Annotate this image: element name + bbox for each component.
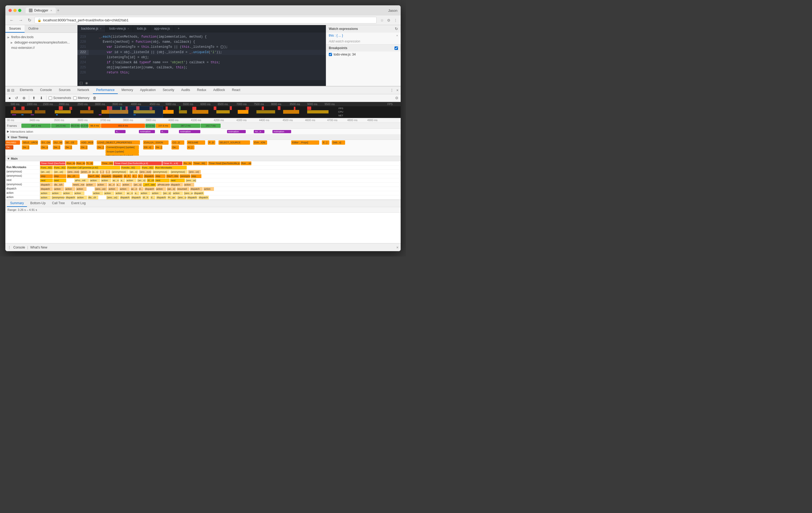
dispatch-11[interactable]: dispatch bbox=[131, 195, 142, 200]
file-item-moz[interactable]: moz-extension:// bbox=[5, 45, 77, 51]
dispatch-12[interactable]: dispatch bbox=[156, 195, 167, 200]
action-row-f[interactable]: action bbox=[104, 191, 114, 195]
timing-scopes-update[interactable]: Scopes [update] bbox=[106, 149, 139, 154]
an-s[interactable]: (an...s) bbox=[129, 170, 138, 174]
action-row-b[interactable]: action bbox=[51, 191, 62, 195]
new-tab-button[interactable]: + bbox=[57, 8, 59, 13]
devtools-tab-react[interactable]: React bbox=[229, 87, 243, 94]
action-5[interactable]: action bbox=[97, 183, 107, 187]
action-14[interactable]: action bbox=[203, 187, 214, 191]
timing-eva-ion[interactable]: EVA...ION bbox=[253, 141, 267, 145]
watch-expressions-header[interactable]: Watch expressions ↻ bbox=[326, 25, 401, 33]
main-collapse[interactable]: ▼ bbox=[7, 157, 10, 160]
timing-ou-ns[interactable]: OU...NS bbox=[53, 141, 62, 145]
timing-connect-scopes[interactable]: Connect(Scopes) [update] bbox=[106, 145, 139, 149]
clear-button[interactable]: ⊗ bbox=[21, 95, 27, 101]
dis-tch[interactable]: dis...tch bbox=[53, 183, 64, 187]
dispatch-13[interactable]: dispatch bbox=[187, 195, 198, 200]
anonymous-2[interactable]: (anonymous) bbox=[111, 170, 128, 174]
action-11[interactable]: action bbox=[108, 187, 119, 191]
run-ks-2[interactable]: Run...ks bbox=[76, 161, 85, 165]
func-82-3[interactable]: Func...82) bbox=[141, 166, 154, 170]
add-watch-expression[interactable]: Add watch expression bbox=[326, 38, 401, 44]
timer-fired-1[interactable]: Timer Fired (DevToolsUtils.js:99) bbox=[40, 161, 65, 165]
action-7[interactable]: action bbox=[183, 183, 194, 187]
a-3[interactable]: a... bbox=[134, 191, 139, 195]
ac-n4[interactable]: ac...n bbox=[126, 191, 134, 195]
an-us[interactable]: (an...us) bbox=[40, 170, 53, 174]
dispatch-6[interactable]: dispatch bbox=[40, 187, 53, 191]
di-h2[interactable]: di...h bbox=[142, 195, 150, 200]
more-options-icon[interactable]: ⋮ bbox=[389, 88, 394, 93]
timer-fired-3[interactable]: Timer Fired (DevToolsUtils.js:99) bbox=[208, 161, 240, 165]
ont-ate[interactable]: _onT...tate bbox=[143, 183, 156, 187]
action-10[interactable]: action bbox=[76, 187, 87, 191]
timing-paused[interactable]: PAUSED bbox=[5, 141, 20, 145]
dispatch-4[interactable]: dispatch bbox=[144, 174, 154, 178]
record-button[interactable]: ● bbox=[7, 95, 12, 101]
step-1[interactable]: step bbox=[40, 174, 53, 178]
devtools-tab-adblock[interactable]: AdBlock bbox=[210, 87, 228, 94]
expand-icon[interactable]: ⊟ bbox=[11, 88, 14, 92]
timing-de[interactable]: De... bbox=[5, 145, 13, 149]
close-button[interactable] bbox=[8, 9, 12, 12]
aproto-emit[interactable]: aProto.emit bbox=[157, 183, 170, 187]
devtools-tab-console[interactable]: Console bbox=[37, 87, 55, 94]
import-button[interactable]: ⬆ bbox=[31, 95, 37, 101]
code-tab-todo[interactable]: todo.js bbox=[133, 25, 150, 32]
devtools-tab-security[interactable]: Security bbox=[160, 87, 177, 94]
back-button[interactable]: ← bbox=[8, 17, 16, 23]
devtools-tab-redux[interactable]: Redux bbox=[194, 87, 210, 94]
resumed[interactable]: resumed bbox=[177, 187, 190, 191]
bookmark-icon[interactable]: ☆ bbox=[380, 18, 384, 23]
d-[interactable]: d... bbox=[132, 174, 137, 178]
timing-de3[interactable]: De...s] bbox=[40, 145, 48, 149]
timing-ev-on[interactable]: EV...ON bbox=[40, 141, 51, 145]
dispatch-7[interactable]: dispatch bbox=[144, 187, 155, 191]
settings-icon[interactable]: ⚙ bbox=[395, 96, 399, 100]
refresh-button[interactable]: ↻ bbox=[26, 17, 33, 23]
memory-label[interactable]: Memory bbox=[73, 96, 89, 100]
close-tab-icon[interactable]: × bbox=[100, 27, 102, 30]
timing-add-rce[interactable]: ADD...RCE bbox=[80, 141, 93, 145]
ti-9[interactable]: Ti...9) bbox=[86, 161, 93, 165]
timing-editor-props[interactable]: Editor ...Props] bbox=[291, 141, 319, 145]
run-sks[interactable]: Run ...sks bbox=[241, 161, 251, 165]
next-4[interactable]: next bbox=[170, 179, 185, 182]
watch-item-close[interactable]: × bbox=[396, 34, 398, 37]
devt-ble-2[interactable]: DevT...ible bbox=[166, 174, 179, 178]
watch-item-this[interactable]: this : { ... } × bbox=[326, 33, 401, 38]
devtools-tab-application[interactable]: Application bbox=[137, 87, 159, 94]
code-tab-backbone[interactable]: backbone.js × bbox=[78, 25, 106, 32]
sidebar-tab-sources[interactable]: Sources bbox=[5, 25, 25, 33]
newsrce[interactable]: newS...rce bbox=[72, 183, 85, 187]
devtools-tab-audits[interactable]: Audits bbox=[178, 87, 193, 94]
breakpoint-checkbox[interactable] bbox=[329, 53, 332, 56]
devtools-icon[interactable]: ⚙ bbox=[386, 18, 391, 23]
timing-co-d[interactable]: CO...D bbox=[172, 141, 184, 145]
file-item-firefox[interactable]: ▶ firefox-dev.tools bbox=[5, 34, 77, 40]
address-bar[interactable]: 🔒 localhost:8000/?react_perf=true&firefo… bbox=[34, 17, 377, 24]
devtools-tab-sources[interactable]: Sources bbox=[56, 87, 74, 94]
ano-us-5[interactable]: (ano...us) bbox=[106, 195, 119, 200]
refresh-watch-icon[interactable]: ↻ bbox=[395, 27, 398, 31]
timing-de9[interactable]: De... bbox=[172, 145, 179, 149]
dispatch-10[interactable]: dispatch bbox=[120, 195, 130, 200]
add-tab-button[interactable]: + bbox=[174, 25, 183, 32]
di-h[interactable]: di...h bbox=[123, 174, 132, 178]
timing-de2[interactable]: De...] bbox=[22, 145, 29, 149]
aproto-mit[interactable]: aPro...mit bbox=[74, 179, 89, 182]
trash-button[interactable]: 🗑 bbox=[92, 95, 97, 101]
export-button[interactable]: ⬇ bbox=[39, 95, 44, 101]
timing-ed-s[interactable]: Ed...s] bbox=[143, 145, 154, 149]
action-row-d[interactable]: action bbox=[74, 191, 84, 195]
step-4[interactable]: step bbox=[191, 174, 201, 178]
file-item-debugger-examples[interactable]: ▶ debugger-examples/examples/todom... bbox=[5, 40, 77, 45]
a-s[interactable]: (a...s) bbox=[91, 170, 99, 174]
ac-n3[interactable]: ac...n bbox=[130, 187, 138, 191]
next-2[interactable]: next bbox=[53, 179, 66, 182]
action-row-a[interactable]: action bbox=[40, 191, 51, 195]
action-13[interactable]: action bbox=[155, 187, 166, 191]
sidebar-tab-outline[interactable]: Outline bbox=[25, 25, 42, 33]
an-s-2[interactable]: (an...s) bbox=[137, 179, 146, 182]
